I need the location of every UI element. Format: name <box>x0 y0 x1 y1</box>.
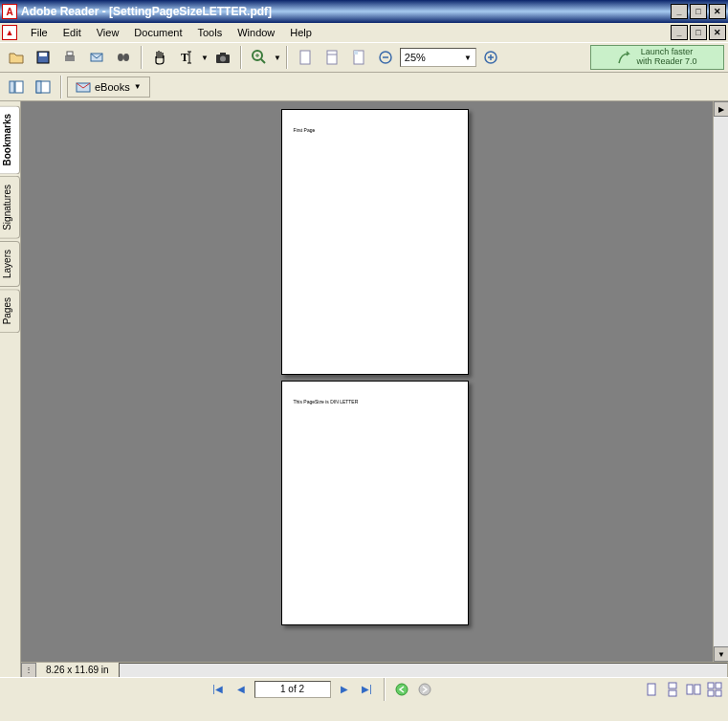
svg-rect-1 <box>39 53 47 56</box>
pdf-page-2[interactable]: This PageSize is DIN LETTER <box>281 381 469 625</box>
pdf-page-1[interactable]: First Page <box>281 109 469 375</box>
svg-rect-25 <box>15 81 23 93</box>
print-button[interactable] <box>57 45 82 70</box>
menu-help[interactable]: Help <box>282 25 320 40</box>
scroll-down-button[interactable]: ▼ <box>714 646 728 662</box>
bottom-navbar: |◀ ◀ 1 of 2 ▶ ▶| <box>0 677 728 700</box>
svg-rect-16 <box>327 51 337 64</box>
pdf-icon: ▲ <box>2 25 17 40</box>
svg-rect-34 <box>687 685 693 694</box>
svg-line-12 <box>261 59 265 63</box>
child-close-button[interactable]: ✕ <box>709 25 726 40</box>
child-window-controls: _ □ ✕ <box>671 25 728 40</box>
fit-width-button[interactable] <box>320 45 344 70</box>
nav-pane-button[interactable] <box>4 75 29 99</box>
child-maximize-button[interactable]: □ <box>690 25 707 40</box>
ebooks-button[interactable]: eBooks ▼ <box>67 76 150 98</box>
window-title: Adobe Reader - [SettingPageSizeLETTER.pd… <box>21 5 671 18</box>
toolbar-separator <box>286 46 288 69</box>
page2-text: This PageSize is DIN LETTER <box>294 399 456 404</box>
chevron-down-icon[interactable]: ▼ <box>464 54 472 62</box>
svg-text:T: T <box>181 51 188 64</box>
open-button[interactable] <box>4 45 29 70</box>
svg-rect-31 <box>648 684 655 695</box>
actual-size-button[interactable] <box>346 45 371 70</box>
close-button[interactable]: ✕ <box>709 4 726 19</box>
menubar: ▲ File Edit View Document Tools Window H… <box>0 23 728 42</box>
side-tabs: Bookmarks Signatures Layers Pages <box>0 101 21 677</box>
svg-rect-3 <box>67 52 73 55</box>
menu-tools[interactable]: Tools <box>190 25 231 40</box>
tab-bookmarks[interactable]: Bookmarks <box>0 105 20 174</box>
last-page-button[interactable]: ▶| <box>358 681 377 698</box>
svg-point-5 <box>118 54 123 61</box>
svg-rect-36 <box>708 683 714 688</box>
svg-rect-38 <box>708 690 714 696</box>
svg-rect-15 <box>300 51 310 64</box>
child-minimize-button[interactable]: _ <box>671 25 688 40</box>
continuous-view-button[interactable] <box>663 681 682 698</box>
zoom-out-button[interactable] <box>373 45 398 70</box>
page1-text: First Page <box>294 127 456 133</box>
vertical-scrollbar[interactable]: ▶ ▼ <box>713 101 728 662</box>
facing-view-button[interactable] <box>684 681 703 698</box>
minimize-button[interactable]: _ <box>671 4 688 19</box>
scroll-track[interactable] <box>714 117 728 646</box>
pages-scroll[interactable]: First Page This PageSize is DIN LETTER <box>21 101 728 662</box>
toolbar-separator <box>60 76 62 98</box>
save-button[interactable] <box>31 45 55 70</box>
hscroll-handle-icon[interactable]: ⋮ <box>21 663 36 678</box>
zoom-input[interactable]: 25%▼ <box>400 48 476 67</box>
svg-rect-39 <box>716 690 721 696</box>
prev-page-button[interactable]: ◀ <box>232 681 251 698</box>
svg-rect-24 <box>10 81 14 93</box>
svg-point-6 <box>123 54 129 61</box>
promo-banner[interactable]: Launch fasterwith Reader 7.0 <box>590 45 724 70</box>
view-mode-buttons <box>642 681 724 698</box>
menu-document[interactable]: Document <box>126 25 189 40</box>
zoom-dropdown-icon[interactable]: ▼ <box>274 54 281 62</box>
document-area: First Page This PageSize is DIN LETTER ▶… <box>21 101 728 677</box>
fit-page-button[interactable] <box>293 45 318 70</box>
snapshot-button[interactable] <box>210 45 235 70</box>
tab-layers[interactable]: Layers <box>0 241 20 287</box>
back-button[interactable] <box>392 681 411 698</box>
svg-rect-37 <box>716 683 721 688</box>
main-toolbar: T ▼ ▼ 25%▼ Launch fasterwith Reader 7.0 <box>0 42 728 73</box>
next-page-button[interactable]: ▶ <box>335 681 354 698</box>
maximize-button[interactable]: □ <box>690 4 707 19</box>
svg-rect-27 <box>36 81 41 93</box>
scroll-up-button[interactable]: ▶ <box>714 101 728 117</box>
toolbar-separator <box>384 678 386 701</box>
forward-button[interactable] <box>415 681 434 698</box>
app-icon: A <box>2 4 17 19</box>
svg-rect-2 <box>65 55 75 61</box>
zoom-in-button[interactable] <box>247 45 272 70</box>
hand-tool-button[interactable] <box>147 45 172 70</box>
search-button[interactable] <box>111 45 136 70</box>
hscroll-track[interactable] <box>119 663 728 678</box>
select-dropdown-icon[interactable]: ▼ <box>201 54 209 62</box>
menu-file[interactable]: File <box>23 25 55 40</box>
svg-rect-35 <box>695 685 700 694</box>
chevron-down-icon: ▼ <box>134 82 142 91</box>
continuous-facing-view-button[interactable] <box>705 681 724 698</box>
email-button[interactable] <box>84 45 109 70</box>
text-select-button[interactable]: T <box>174 45 199 70</box>
horizontal-scroll-row: ⋮ 8.26 x 11.69 in <box>21 662 728 677</box>
secondary-toolbar: eBooks ▼ <box>0 73 728 101</box>
menu-edit[interactable]: Edit <box>55 25 89 40</box>
svg-point-29 <box>396 684 408 695</box>
tab-signatures[interactable]: Signatures <box>0 176 20 239</box>
menu-window[interactable]: Window <box>230 25 282 40</box>
zoom-in-plus-button[interactable] <box>478 45 503 70</box>
tab-pages[interactable]: Pages <box>0 289 20 333</box>
single-page-view-button[interactable] <box>642 681 661 698</box>
page-number-input[interactable]: 1 of 2 <box>254 681 331 698</box>
svg-rect-32 <box>669 683 676 688</box>
nav-pane2-button[interactable] <box>31 75 55 99</box>
menu-view[interactable]: View <box>89 25 127 40</box>
first-page-button[interactable]: |◀ <box>209 681 228 698</box>
toolbar-separator <box>240 46 242 69</box>
svg-point-30 <box>419 684 430 695</box>
